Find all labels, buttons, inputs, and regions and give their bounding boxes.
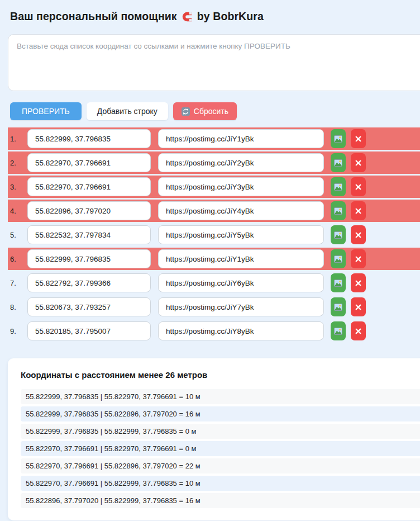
delete-row-button[interactable] (351, 225, 366, 244)
coordinate-row: 5. (8, 224, 420, 246)
result-item: 55.822970, 37.796691 | 55.822970, 37.796… (21, 441, 420, 456)
page-title-prefix: Ваш персональный помощник (10, 10, 177, 23)
close-icon (355, 160, 361, 166)
image-icon (334, 159, 342, 167)
coordinates-input[interactable] (27, 273, 151, 292)
delete-row-button[interactable] (351, 273, 366, 292)
link-input[interactable] (158, 273, 324, 292)
row-number: 3. (10, 183, 27, 191)
coordinates-input[interactable] (27, 225, 151, 244)
image-icon (334, 304, 342, 311)
link-input[interactable] (158, 297, 324, 316)
results-card: Координаты с расстоянием менее 26 метров… (8, 358, 420, 520)
toolbar: ПРОВЕРИТЬ Добавить строку Сбросить (10, 102, 420, 120)
coordinates-input[interactable] (27, 129, 151, 148)
image-icon (334, 231, 342, 239)
add-row-button[interactable]: Добавить строку (87, 102, 168, 120)
delete-row-button[interactable] (351, 129, 366, 148)
link-input[interactable] (158, 129, 324, 148)
close-icon (355, 328, 361, 334)
reset-button[interactable]: Сбросить (173, 102, 237, 120)
coordinates-input[interactable] (27, 153, 151, 172)
delete-row-button[interactable] (351, 249, 366, 268)
row-number: 9. (10, 327, 27, 335)
view-image-button[interactable] (331, 297, 346, 316)
delete-row-button[interactable] (351, 297, 366, 316)
view-image-button[interactable] (331, 129, 346, 148)
page-title-suffix: by BobrKura (197, 10, 264, 23)
coordinate-row: 6. (8, 248, 420, 270)
link-input[interactable] (158, 153, 324, 172)
close-icon (355, 280, 361, 286)
image-icon (334, 207, 342, 215)
coordinates-input[interactable] (27, 177, 151, 196)
coordinates-input[interactable] (27, 321, 151, 340)
coordinates-input[interactable] (27, 297, 151, 316)
image-icon (334, 255, 342, 263)
view-image-button[interactable] (331, 249, 346, 268)
link-input[interactable] (158, 225, 324, 244)
results-header: Координаты с расстоянием менее 26 метров (21, 370, 420, 380)
result-item: 55.822970, 37.796691 | 55.822896, 37.797… (21, 458, 420, 473)
coordinate-row: 7. (8, 272, 420, 294)
view-image-button[interactable] (331, 273, 346, 292)
delete-row-button[interactable] (351, 201, 366, 220)
coordinates-input[interactable] (27, 249, 151, 268)
close-icon (355, 304, 361, 310)
result-item: 55.822970, 37.796691 | 55.822999, 37.796… (21, 476, 420, 491)
reset-button-label: Сбросить (194, 107, 228, 116)
view-image-button[interactable] (331, 201, 346, 220)
link-input[interactable] (158, 321, 324, 340)
delete-row-button[interactable] (351, 153, 366, 172)
result-item: 55.822999, 37.796835 | 55.822970, 37.796… (21, 389, 420, 404)
coordinate-rows: 1. 2. 3. 4. (0, 127, 420, 342)
delete-row-button[interactable] (351, 177, 366, 196)
link-input[interactable] (158, 249, 324, 268)
view-image-button[interactable] (331, 153, 346, 172)
close-icon (355, 136, 361, 142)
coords-textarea[interactable] (8, 34, 420, 91)
link-input[interactable] (158, 177, 324, 196)
refresh-icon (182, 107, 190, 116)
coordinate-row: 9. (8, 320, 420, 342)
coordinate-row: 3. (8, 176, 420, 198)
magnet-icon (181, 11, 193, 23)
close-icon (355, 184, 361, 190)
row-number: 1. (10, 135, 27, 143)
result-item: 55.822999, 37.796835 | 55.822999, 37.796… (21, 424, 420, 439)
link-input[interactable] (158, 201, 324, 220)
image-icon (334, 280, 342, 287)
row-number: 7. (10, 279, 27, 287)
coordinate-row: 1. (8, 127, 420, 150)
check-button[interactable]: ПРОВЕРИТЬ (10, 102, 82, 120)
coordinate-row: 8. (8, 296, 420, 318)
image-icon (334, 135, 342, 143)
page-title: Ваш персональный помощник by BobrKura (10, 10, 420, 23)
coordinate-row: 2. (8, 151, 420, 174)
delete-row-button[interactable] (351, 321, 366, 340)
coordinate-row: 4. (8, 200, 420, 222)
row-number: 4. (10, 207, 27, 215)
view-image-button[interactable] (331, 177, 346, 196)
coordinates-input[interactable] (27, 201, 151, 220)
image-icon (334, 183, 342, 191)
close-icon (355, 208, 361, 214)
row-number: 8. (10, 303, 27, 311)
view-image-button[interactable] (331, 321, 346, 340)
view-image-button[interactable] (331, 225, 346, 244)
row-number: 5. (10, 231, 27, 239)
image-icon (334, 328, 342, 335)
row-number: 2. (10, 159, 27, 167)
row-number: 6. (10, 255, 27, 263)
close-icon (355, 256, 361, 262)
close-icon (355, 232, 361, 238)
result-item: 55.822896, 37.797020 | 55.822999, 37.796… (21, 493, 420, 508)
result-item: 55.822999, 37.796835 | 55.822896, 37.797… (21, 406, 420, 421)
